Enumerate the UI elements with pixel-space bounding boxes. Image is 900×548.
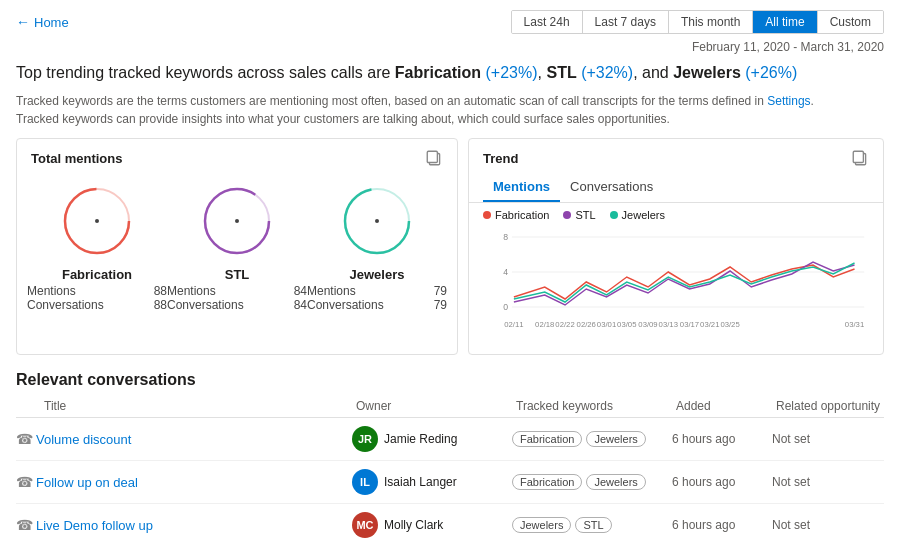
- conversations-label-s: Conversations: [167, 298, 244, 312]
- row-opportunity-2: Not set: [772, 475, 884, 489]
- copy-icon[interactable]: [425, 149, 443, 167]
- header: ← Home Last 24h Last 7 days This month A…: [0, 0, 900, 40]
- headline-text: Top trending tracked keywords across sal…: [0, 58, 900, 88]
- row-keywords-1: Fabrication Jewelers: [512, 431, 672, 447]
- tab-mentions[interactable]: Mentions: [483, 173, 560, 202]
- mentions-row: Fabrication Mentions 88 Conversations 88: [17, 173, 457, 316]
- table-row: ☎ Live Demo follow up MC Molly Clark Jew…: [16, 504, 884, 546]
- trend-copy-icon[interactable]: [851, 149, 869, 167]
- trend-tabs: Mentions Conversations: [469, 173, 883, 203]
- mention-item-stl: STL Mentions 84 Conversations 84: [167, 181, 307, 312]
- legend-jewelers: Jewelers: [610, 209, 665, 221]
- stl-conversations-val: 84: [294, 298, 307, 312]
- svg-rect-9: [853, 152, 863, 163]
- stl-stats: Mentions 84 Conversations 84: [167, 284, 307, 312]
- kw1-change: (+23%): [486, 64, 538, 81]
- fabrication-mentions-val: 88: [154, 284, 167, 298]
- keyword-tag: Fabrication: [512, 474, 582, 490]
- svg-text:03/17: 03/17: [680, 320, 699, 329]
- avatar-2: IL: [352, 469, 378, 495]
- row-title-1[interactable]: Volume discount: [36, 432, 352, 447]
- desc-line3: Tracked keywords can provide insights in…: [16, 112, 670, 126]
- svg-text:8: 8: [503, 232, 508, 242]
- legend-label-jewelers: Jewelers: [622, 209, 665, 221]
- svg-text:03/31: 03/31: [845, 320, 864, 329]
- circle-jewelers: [337, 181, 417, 261]
- col-header-opportunity: Related opportunity: [776, 399, 884, 413]
- svg-text:03/13: 03/13: [659, 320, 679, 329]
- conversations-section: Relevant conversations Title Owner Track…: [0, 363, 900, 546]
- keyword-tag: Jewelers: [512, 517, 571, 533]
- row-opportunity-1: Not set: [772, 432, 884, 446]
- row-owner-3: MC Molly Clark: [352, 512, 512, 538]
- tab-conversations[interactable]: Conversations: [560, 173, 663, 202]
- svg-text:02/18: 02/18: [535, 320, 555, 329]
- jewelers-stats: Mentions 79 Conversations 79: [307, 284, 447, 312]
- row-owner-2: IL Isaiah Langer: [352, 469, 512, 495]
- legend-dot-fabrication: [483, 211, 491, 219]
- legend-dot-jewelers: [610, 211, 618, 219]
- filter-alltime[interactable]: All time: [753, 11, 817, 33]
- headline-description: Tracked keywords are the terms customers…: [0, 88, 900, 130]
- total-mentions-title: Total mentions: [31, 151, 122, 166]
- phone-icon: ☎: [16, 431, 36, 447]
- svg-text:03/25: 03/25: [720, 320, 740, 329]
- svg-text:03/21: 03/21: [700, 320, 719, 329]
- row-title-3[interactable]: Live Demo follow up: [36, 518, 352, 533]
- col-header-title: Title: [16, 399, 356, 413]
- row-added-1: 6 hours ago: [672, 432, 772, 446]
- avatar-1: JR: [352, 426, 378, 452]
- legend-label-fabrication: Fabrication: [495, 209, 549, 221]
- table-row: ☎ Volume discount JR Jamie Reding Fabric…: [16, 418, 884, 461]
- kw2-change: (+32%): [581, 64, 633, 81]
- svg-text:4: 4: [503, 267, 508, 277]
- table-header: Title Owner Tracked keywords Added Relat…: [16, 395, 884, 418]
- mention-item-jewelers: Jewelers Mentions 79 Conversations 79: [307, 181, 447, 312]
- trend-header: Trend: [469, 139, 883, 173]
- phone-icon: ☎: [16, 474, 36, 490]
- stl-mentions-val: 84: [294, 284, 307, 298]
- legend-fabrication: Fabrication: [483, 209, 549, 221]
- keyword-tag: Jewelers: [586, 431, 645, 447]
- row-opportunity-3: Not set: [772, 518, 884, 532]
- col-header-keywords: Tracked keywords: [516, 399, 676, 413]
- panels-row: Total mentions Fabrication: [0, 130, 900, 363]
- keyword3: Jewelers: [673, 64, 741, 81]
- jewelers-conversations-val: 79: [434, 298, 447, 312]
- filter-thismonth[interactable]: This month: [669, 11, 753, 33]
- filter-last24h[interactable]: Last 24h: [512, 11, 583, 33]
- mention-item-fabrication: Fabrication Mentions 88 Conversations 88: [27, 181, 167, 312]
- owner-name-3: Molly Clark: [384, 518, 443, 532]
- total-mentions-header: Total mentions: [17, 139, 457, 173]
- filter-custom[interactable]: Custom: [818, 11, 883, 33]
- headline-prefix: Top trending tracked keywords across sal…: [16, 64, 395, 81]
- conversations-title: Relevant conversations: [16, 371, 884, 395]
- mentions-label-j: Mentions: [307, 284, 356, 298]
- row-added-2: 6 hours ago: [672, 475, 772, 489]
- keyword2: STL: [546, 64, 576, 81]
- row-title-2[interactable]: Follow up on deal: [36, 475, 352, 490]
- svg-text:02/22: 02/22: [555, 320, 574, 329]
- row-added-3: 6 hours ago: [672, 518, 772, 532]
- fabrication-stats: Mentions 88 Conversations 88: [27, 284, 167, 312]
- back-link[interactable]: ← Home: [16, 14, 69, 30]
- svg-rect-1: [427, 152, 437, 163]
- fabrication-label: Fabrication: [62, 267, 132, 282]
- owner-name-2: Isaiah Langer: [384, 475, 457, 489]
- svg-text:0: 0: [503, 302, 508, 312]
- date-range: February 11, 2020 - March 31, 2020: [0, 40, 900, 58]
- table-row: ☎ Follow up on deal IL Isaiah Langer Fab…: [16, 461, 884, 504]
- kw3-change: (+26%): [745, 64, 797, 81]
- filter-last7days[interactable]: Last 7 days: [583, 11, 669, 33]
- trend-legend: Fabrication STL Jewelers: [469, 203, 883, 223]
- settings-link[interactable]: Settings: [767, 94, 810, 108]
- phone-icon: ☎: [16, 517, 36, 533]
- svg-text:03/01: 03/01: [597, 320, 616, 329]
- legend-dot-stl: [563, 211, 571, 219]
- col-header-added: Added: [676, 399, 776, 413]
- trend-chart: 8 4 0 02/11 02/18 02/22 02/26 03/01 03/0…: [469, 223, 883, 354]
- col-header-owner: Owner: [356, 399, 516, 413]
- trend-title: Trend: [483, 151, 518, 166]
- circle-stl: [197, 181, 277, 261]
- row-keywords-2: Fabrication Jewelers: [512, 474, 672, 490]
